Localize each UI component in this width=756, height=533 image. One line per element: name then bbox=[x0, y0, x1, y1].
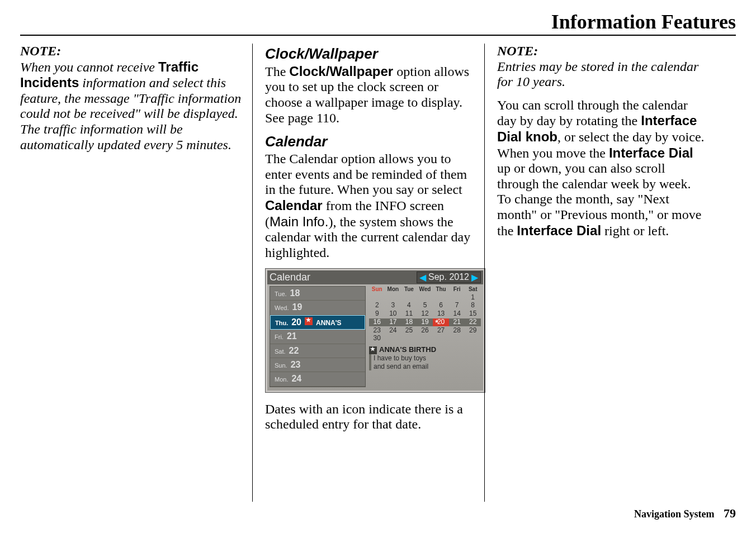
day-row[interactable]: Sat. 22 bbox=[270, 344, 365, 358]
cal-text-a: The Calendar option allows you to enter … bbox=[265, 151, 467, 197]
date-cell[interactable]: 24 bbox=[385, 327, 401, 335]
date-cell[interactable]: 1 bbox=[465, 294, 481, 302]
page-number: 79 bbox=[724, 506, 736, 520]
note-label-3: NOTE: bbox=[497, 44, 538, 58]
day-row[interactable]: Sun. 23 bbox=[270, 358, 365, 372]
weekday-fri: Fri bbox=[449, 286, 465, 293]
weekday-mon: Mon bbox=[385, 286, 401, 293]
event-line-2: and send an email bbox=[374, 363, 481, 370]
event-star-icon bbox=[305, 317, 313, 325]
date-cell[interactable]: 26 bbox=[417, 327, 433, 335]
date-cell bbox=[449, 294, 465, 302]
calendar-titlebar: Calendar ◀ Sep. 2012 ▶ bbox=[267, 270, 483, 284]
month-grid[interactable]: 1234567891011121314151617181920212223242… bbox=[369, 294, 481, 343]
column-1: NOTE: When you cannot receive Traffic In… bbox=[20, 44, 252, 502]
date-cell[interactable]: 15 bbox=[465, 310, 481, 318]
scroll-text-d: right or left. bbox=[601, 223, 669, 238]
date-cell[interactable]: 9 bbox=[369, 310, 385, 318]
date-cell[interactable]: 22 bbox=[465, 318, 481, 326]
date-cell[interactable]: 16 bbox=[369, 318, 385, 326]
date-cell[interactable]: 14 bbox=[449, 310, 465, 318]
date-cell[interactable]: 17 bbox=[385, 318, 401, 326]
main-info-term: Main Info. bbox=[270, 214, 328, 229]
date-cell bbox=[433, 335, 449, 342]
weekday-sat: Sat bbox=[465, 286, 481, 293]
month-label: Sep. 2012 bbox=[428, 272, 469, 282]
date-cell[interactable]: 8 bbox=[465, 302, 481, 310]
date-cell[interactable]: 3 bbox=[385, 302, 401, 310]
clock-wallpaper-heading: Clock/Wallpaper bbox=[265, 46, 474, 63]
date-cell[interactable]: 19 bbox=[417, 318, 433, 326]
note-body: When you cannot receive Traffic Incident… bbox=[20, 60, 241, 152]
day-row[interactable]: Thu. 20 ANNA'S bbox=[270, 315, 365, 330]
date-cell bbox=[369, 294, 385, 302]
date-cell bbox=[433, 294, 449, 302]
date-cell[interactable]: 12 bbox=[417, 310, 433, 318]
content-columns: NOTE: When you cannot receive Traffic In… bbox=[20, 44, 736, 502]
column-3: NOTE: Entries may be stored in the calen… bbox=[484, 44, 716, 502]
date-cell[interactable]: 13 bbox=[433, 310, 449, 318]
date-cell bbox=[401, 294, 417, 302]
weekday-wed: Wed bbox=[417, 286, 433, 293]
date-cell[interactable]: 11 bbox=[401, 310, 417, 318]
day-row[interactable]: Fri. 21 bbox=[270, 330, 365, 344]
cal-term: Calendar bbox=[265, 198, 323, 213]
weekday-header: SunMonTueWedThuFriSat bbox=[369, 286, 481, 293]
date-cell bbox=[385, 294, 401, 302]
date-cell[interactable]: 6 bbox=[433, 302, 449, 310]
day-row[interactable]: Tue. 18 bbox=[270, 287, 365, 301]
weekday-sun: Sun bbox=[369, 286, 385, 293]
date-cell[interactable]: 25 bbox=[401, 327, 417, 335]
month-nav: ◀ Sep. 2012 ▶ bbox=[417, 272, 481, 283]
page-title: Information Features bbox=[20, 10, 736, 36]
event-title-text: ANNA'S BIRTHD bbox=[379, 346, 436, 354]
interface-dial-term-1: Interface Dial bbox=[609, 145, 693, 160]
date-cell[interactable]: 5 bbox=[417, 302, 433, 310]
weekday-thu: Thu bbox=[433, 286, 449, 293]
calendar-title-text: Calendar bbox=[270, 272, 417, 283]
date-cell bbox=[401, 335, 417, 342]
next-month-icon[interactable]: ▶ bbox=[471, 273, 478, 282]
cw-term: Clock/Wallpaper bbox=[289, 64, 393, 79]
date-cell bbox=[449, 335, 465, 342]
date-cell bbox=[465, 335, 481, 342]
calendar-caption: Dates with an icon indicate there is a s… bbox=[265, 402, 474, 432]
date-cell[interactable]: 27 bbox=[433, 327, 449, 335]
day-list[interactable]: Tue. 18Wed. 19Thu. 20 ANNA'SFri. 21Sat. … bbox=[270, 286, 366, 387]
note-body-3: Entries may be stored in the calendar fo… bbox=[497, 59, 698, 89]
footer-label: Navigation System bbox=[634, 508, 715, 520]
date-cell[interactable]: 28 bbox=[449, 327, 465, 335]
cw-text-a: The bbox=[265, 64, 289, 79]
interface-dial-term-2: Interface Dial bbox=[517, 223, 601, 238]
date-cell bbox=[417, 335, 433, 342]
scroll-para: You can scroll through the calendar day … bbox=[497, 98, 706, 239]
date-cell[interactable]: 4 bbox=[401, 302, 417, 310]
date-cell[interactable]: 2 bbox=[369, 302, 385, 310]
event-star-icon bbox=[369, 346, 377, 354]
date-cell bbox=[417, 294, 433, 302]
column-2: Clock/Wallpaper The Clock/Wallpaper opti… bbox=[252, 44, 484, 502]
date-cell bbox=[385, 335, 401, 342]
day-row[interactable]: Wed. 19 bbox=[270, 301, 365, 315]
weekday-tue: Tue bbox=[401, 286, 417, 293]
date-cell[interactable]: 23 bbox=[369, 327, 385, 335]
event-line-1: I have to buy toys bbox=[374, 354, 481, 362]
date-cell[interactable]: 29 bbox=[465, 327, 481, 335]
calendar-heading: Calendar bbox=[265, 134, 474, 150]
page-footer: Navigation System 79 bbox=[634, 506, 736, 521]
date-cell[interactable]: 30 bbox=[369, 335, 385, 342]
event-detail: ANNA'S BIRTHD I have to buy toys and sen… bbox=[369, 346, 481, 370]
date-cell[interactable]: 20 bbox=[433, 318, 449, 326]
date-cell[interactable]: 18 bbox=[401, 318, 417, 326]
clock-wallpaper-para: The Clock/Wallpaper option allows you to… bbox=[265, 64, 474, 126]
date-cell[interactable]: 10 bbox=[385, 310, 401, 318]
date-cell[interactable]: 7 bbox=[449, 302, 465, 310]
calendar-para: The Calendar option allows you to enter … bbox=[265, 151, 474, 260]
note-label: NOTE: bbox=[20, 44, 61, 58]
day-row[interactable]: Mon. 24 bbox=[270, 372, 365, 386]
prev-month-icon[interactable]: ◀ bbox=[419, 273, 426, 282]
calendar-screenshot: Calendar ◀ Sep. 2012 ▶ Tue. 18Wed. 19Thu… bbox=[265, 268, 485, 392]
note-text-a: When you cannot receive bbox=[20, 60, 158, 74]
date-cell[interactable]: 21 bbox=[449, 318, 465, 326]
